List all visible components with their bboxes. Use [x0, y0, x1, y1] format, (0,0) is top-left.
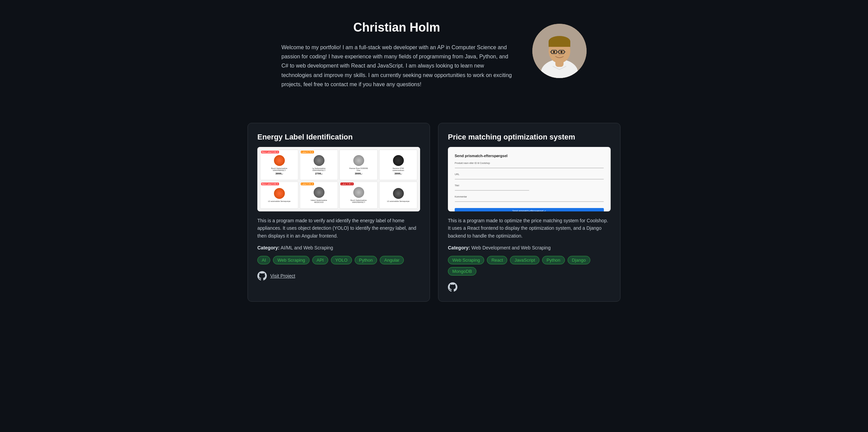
avatar [532, 24, 587, 78]
hero-description: Welcome to my portfolio! I am a full-sta… [281, 43, 512, 89]
tag-javascript: JavaScript [510, 256, 539, 264]
tag-django: Django [568, 256, 590, 264]
product-item: Label 0.79 A Lg VaskemaskineVARIOPERFECT… [300, 150, 338, 181]
product-name: Indesit VaskemaskineMODICOO3 [311, 199, 327, 203]
product-circle [353, 187, 364, 198]
product-price: 3999,- [275, 172, 283, 175]
project-footer: Visit Project [257, 271, 420, 281]
hero-section: Christian Holm Welcome to my portfolio! … [248, 14, 620, 102]
project-category: Category: Web Development and Web Scrapi… [448, 245, 611, 250]
energy-mockup: New Label 0.82 A Bosch VaskemaskineVARIO… [257, 147, 420, 211]
project-footer [448, 282, 611, 292]
tag-python: Python [542, 256, 565, 264]
tag-angular: Angular [380, 256, 404, 264]
product-name: LG automatiske Varmepumpe [268, 200, 290, 202]
product-name: Bosch VaskemaskineVARIOPERFECT [351, 199, 367, 203]
form-label-2: URL [455, 173, 604, 175]
product-item: Label 0.80 A Bosch VaskemaskineVARIOPERF… [339, 182, 378, 209]
product-item: Hisense Dryer DG5000EDrier 3999,- [339, 150, 378, 181]
svg-point-12 [553, 51, 555, 53]
form-label-4: Kommentar [455, 195, 604, 198]
project-card-energy-label: Energy Label Identification New Label 0.… [248, 123, 430, 302]
form-input [455, 168, 604, 168]
product-circle [274, 155, 285, 166]
svg-rect-6 [549, 41, 570, 47]
tag-web-scraping: Web Scraping [273, 256, 309, 264]
project-card-price-matching: Price matching optimization system Send … [438, 123, 620, 302]
tag-ai: AI [257, 256, 270, 264]
tag-mongodb: MongoDB [448, 267, 476, 276]
form-submit-btn: Send prismatch-efterspørgsel ✓ [455, 208, 604, 211]
hero-content: Christian Holm Welcome to my portfolio! … [281, 20, 512, 89]
project-image-energy: New Label 0.82 A Bosch VaskemaskineVARIO… [257, 147, 420, 211]
product-item: Label 0.81 A Indesit VaskemaskineMODICOO… [300, 182, 338, 209]
category-value: Web Development and Web Scraping [471, 245, 551, 250]
product-name: Bosch VaskemaskineVARIOPERFECT [271, 167, 287, 171]
label-badge: New Label 0.82 A [261, 151, 279, 153]
tag-python: Python [355, 256, 377, 264]
form-input-3 [455, 190, 529, 191]
price-mockup: Send prismatch-efterspørgsel Produkt nav… [448, 147, 611, 211]
product-item: New Label 0.82 A Bosch VaskemaskineVARIO… [260, 150, 298, 181]
avatar-image [532, 24, 587, 78]
project-description: This is a program made to optimize the p… [448, 217, 611, 240]
github-icon[interactable] [448, 282, 457, 292]
tag-yolo: YOLO [331, 256, 352, 264]
label-badge: New Label 0.82 A [261, 183, 279, 185]
project-category: Category: AI/ML and Web Scraping [257, 245, 420, 250]
product-circle [393, 188, 404, 199]
product-name: LG automatiske Varmepumpe [387, 200, 409, 202]
product-name: Lg VaskemaskineVARIOPERFECT [312, 167, 326, 171]
tag-api: API [312, 256, 328, 264]
form-title: Send prismatch-efterspørgsel [455, 154, 604, 158]
product-name: Hisense Dryer DG5000EDrier [349, 167, 368, 171]
label-badge: Label 0.81 A [301, 183, 314, 185]
form-input-4 [455, 201, 604, 202]
svg-point-13 [560, 51, 563, 53]
form-label-3: Titel [455, 184, 604, 187]
page-title: Christian Holm [281, 20, 512, 35]
tag-web-scraping: Web Scraping [448, 256, 484, 264]
category-label: Category: [257, 245, 279, 250]
project-image-price: Send prismatch-efterspørgsel Produkt nav… [448, 147, 611, 211]
project-description: This is a program made to verify and ide… [257, 217, 420, 240]
form-input-2 [455, 179, 604, 180]
projects-grid: Energy Label Identification New Label 0.… [248, 123, 620, 302]
form-label: Produkt navn eller ID til Coolshop [455, 162, 604, 164]
visit-project-link[interactable]: Visit Project [270, 273, 295, 279]
github-icon[interactable] [257, 271, 267, 281]
project-title: Price matching optimization system [448, 133, 611, 142]
product-price: 2799,- [315, 172, 323, 175]
product-price: 3999,- [355, 172, 362, 175]
product-item: New Label 0.82 A LG automatiske Varmepum… [260, 182, 298, 209]
tags-container: AI Web Scraping API YOLO Python Angular [257, 256, 420, 264]
project-title: Energy Label Identification [257, 133, 420, 142]
page-wrapper: Christian Holm Welcome to my portfolio! … [248, 14, 620, 302]
tags-container: Web Scraping React JavaScript Python Dja… [448, 256, 611, 276]
product-item: Siemens GT90vaskemaskinen 3999,- [379, 150, 417, 181]
product-circle [314, 155, 324, 166]
product-circle [393, 155, 404, 166]
category-label: Category: [448, 245, 470, 250]
category-value: AI/ML and Web Scraping [280, 245, 333, 250]
product-circle [274, 188, 285, 199]
product-item: LG automatiske Varmepumpe [379, 182, 417, 209]
label-badge: Label 0.80 A [340, 183, 354, 185]
product-name: Siemens GT90vaskemaskinen [392, 167, 404, 171]
product-circle [353, 155, 364, 166]
label-badge: Label 0.79 A [301, 151, 314, 153]
product-circle [314, 187, 324, 198]
product-price: 3999,- [394, 172, 402, 175]
tag-react: React [487, 256, 507, 264]
